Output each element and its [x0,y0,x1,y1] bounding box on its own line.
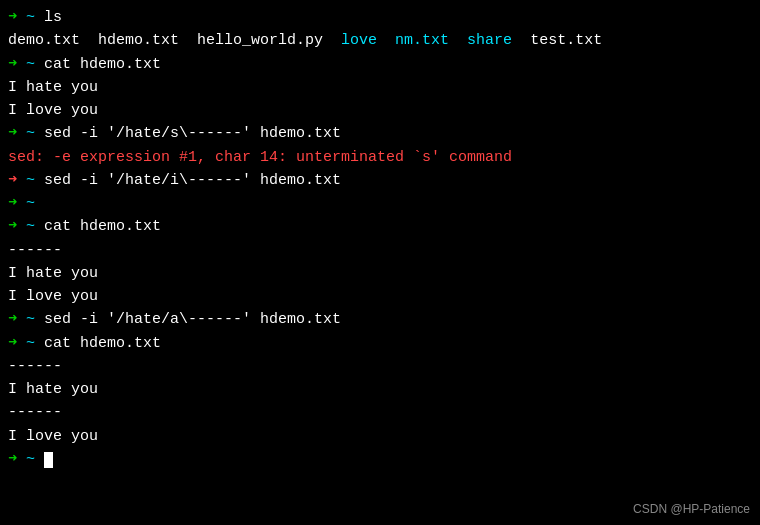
terminal-line: ➜ ~ [8,448,752,471]
terminal: ➜ ~ lsdemo.txt hdemo.txt hello_world.py … [0,0,760,525]
terminal-line: ------ [8,239,752,262]
terminal-line: I hate you [8,378,752,401]
terminal-line: sed: -e expression #1, char 14: untermin… [8,146,752,169]
terminal-line: ➜ ~ [8,192,752,215]
terminal-line: I love you [8,425,752,448]
terminal-line: ➜ ~ sed -i '/hate/s\------' hdemo.txt [8,122,752,145]
terminal-line: ➜ ~ sed -i '/hate/i\------' hdemo.txt [8,169,752,192]
terminal-line: demo.txt hdemo.txt hello_world.py love n… [8,29,752,52]
terminal-line: I hate you [8,262,752,285]
terminal-line: ➜ ~ cat hdemo.txt [8,215,752,238]
cursor [44,452,53,468]
terminal-line: ➜ ~ cat hdemo.txt [8,332,752,355]
terminal-line: ➜ ~ sed -i '/hate/a\------' hdemo.txt [8,308,752,331]
terminal-line: I hate you [8,76,752,99]
terminal-line: ------ [8,355,752,378]
terminal-line: ➜ ~ ls [8,6,752,29]
terminal-line: I love you [8,285,752,308]
terminal-line: ➜ ~ cat hdemo.txt [8,53,752,76]
terminal-line: I love you [8,99,752,122]
watermark-text: CSDN @HP-Patience [633,500,750,519]
terminal-line: ------ [8,401,752,424]
